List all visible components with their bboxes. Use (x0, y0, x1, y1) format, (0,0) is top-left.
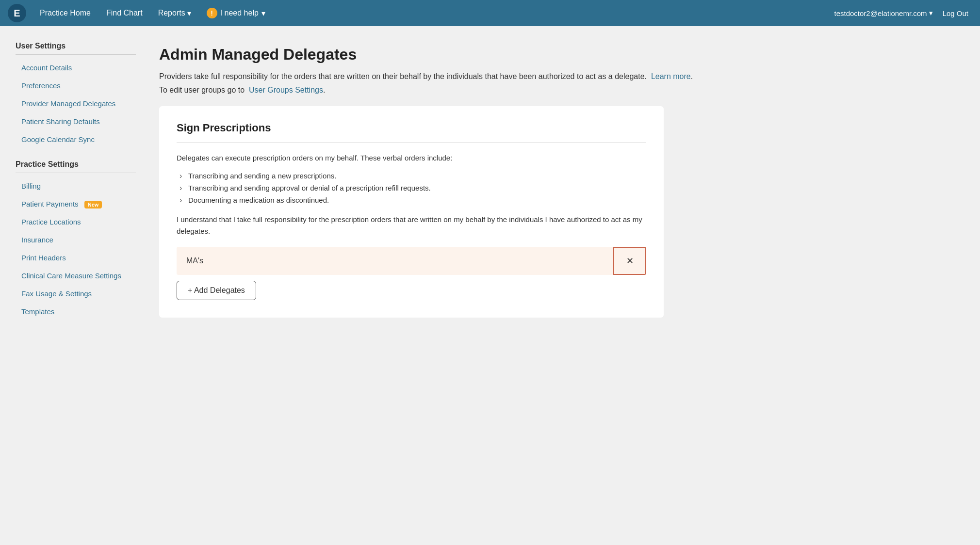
bullet-item-1: Transcribing and sending a new prescript… (188, 170, 646, 182)
learn-more-link[interactable]: Learn more (651, 72, 691, 80)
page-title: Admin Managed Delegates (159, 46, 957, 64)
help-warning-icon: ! (207, 8, 217, 18)
sidebar-item-clinical-care-measure-settings[interactable]: Clinical Care Measure Settings (16, 267, 136, 285)
sidebar-item-practice-locations[interactable]: Practice Locations (16, 213, 136, 231)
page-description: Providers take full responsibility for t… (159, 70, 957, 83)
main-content: Admin Managed Delegates Providers take f… (136, 26, 980, 545)
sidebar-item-billing[interactable]: Billing (16, 177, 136, 195)
nav-help[interactable]: ! I need help ▾ (201, 5, 271, 21)
sidebar-item-provider-managed-delegates[interactable]: Provider Managed Delegates (16, 95, 136, 112)
card-title: Sign Prescriptions (177, 122, 646, 143)
card-description: Delegates can execute prescription order… (177, 152, 646, 164)
page-sub-description: To edit user groups go to User Groups Se… (159, 86, 957, 95)
reports-chevron-icon: ▾ (187, 9, 191, 18)
sidebar-item-insurance[interactable]: Insurance (16, 231, 136, 249)
nav-links: Practice Home Find Chart Reports ▾ ! I n… (34, 5, 834, 21)
top-navigation: E Practice Home Find Chart Reports ▾ ! I… (0, 0, 980, 26)
delegate-row: MA's ✕ (177, 247, 646, 275)
user-menu[interactable]: testdoctor2@elationemr.com ▾ (834, 9, 932, 17)
user-settings-title: User Settings (16, 42, 136, 55)
page-layout: User Settings Account Details Preference… (0, 26, 980, 545)
nav-reports[interactable]: Reports ▾ (152, 6, 197, 21)
nav-find-chart[interactable]: Find Chart (100, 6, 148, 20)
practice-settings-section: Practice Settings Billing Patient Paymen… (16, 160, 136, 321)
nav-right: testdoctor2@elationemr.com ▾ Log Out (834, 6, 972, 20)
bullet-list: Transcribing and sending a new prescript… (188, 170, 646, 206)
sidebar-item-fax-usage-settings[interactable]: Fax Usage & Settings (16, 285, 136, 303)
new-badge: New (84, 201, 102, 208)
user-groups-settings-link[interactable]: User Groups Settings (249, 86, 323, 94)
sidebar-item-templates[interactable]: Templates (16, 303, 136, 321)
nav-practice-home[interactable]: Practice Home (34, 6, 97, 20)
user-settings-section: User Settings Account Details Preference… (16, 42, 136, 148)
app-logo[interactable]: E (8, 4, 26, 22)
sign-prescriptions-card: Sign Prescriptions Delegates can execute… (159, 106, 664, 318)
sidebar: User Settings Account Details Preference… (0, 26, 136, 545)
help-chevron-icon: ▾ (261, 9, 265, 18)
bullet-item-3: Documenting a medication as discontinued… (188, 194, 646, 206)
sidebar-item-patient-payments[interactable]: Patient Payments New (16, 195, 136, 213)
sidebar-item-account-details[interactable]: Account Details (16, 59, 136, 77)
responsibility-text: I understand that I take full responsibi… (177, 214, 646, 237)
user-chevron-icon: ▾ (929, 9, 933, 17)
sidebar-item-google-calendar-sync[interactable]: Google Calendar Sync (16, 130, 136, 148)
practice-settings-title: Practice Settings (16, 160, 136, 173)
sidebar-item-preferences[interactable]: Preferences (16, 77, 136, 95)
logout-button[interactable]: Log Out (939, 6, 972, 20)
delegate-name: MA's (177, 249, 613, 273)
bullet-item-2: Transcribing and sending approval or den… (188, 182, 646, 194)
add-delegates-button[interactable]: + Add Delegates (177, 281, 256, 300)
sidebar-item-print-headers[interactable]: Print Headers (16, 249, 136, 267)
remove-delegate-button[interactable]: ✕ (613, 247, 646, 275)
sidebar-item-patient-sharing-defaults[interactable]: Patient Sharing Defaults (16, 112, 136, 130)
